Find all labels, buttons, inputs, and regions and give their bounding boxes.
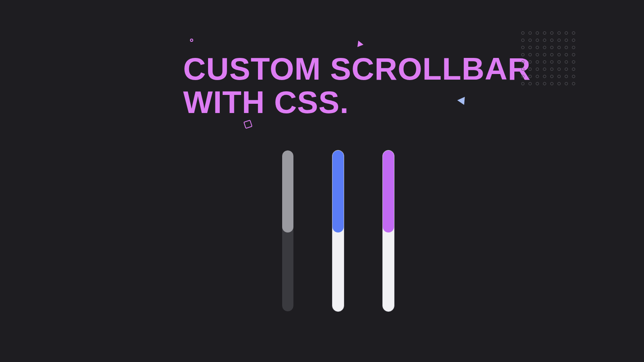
play-icon: [357, 41, 364, 48]
scrollbar-thumb[interactable]: [282, 150, 293, 232]
scrollbar-examples: [282, 150, 394, 312]
custom-scrollbar[interactable]: [282, 150, 294, 312]
circle-icon: [190, 39, 193, 42]
page-title: CUSTOM SCROLLBAR WITH CSS.: [183, 52, 531, 119]
square-icon: [244, 120, 253, 129]
triangle-icon: [457, 96, 465, 105]
scrollbar-thumb[interactable]: [332, 150, 344, 232]
scrollbar-thumb[interactable]: [383, 150, 394, 232]
custom-scrollbar[interactable]: [382, 150, 394, 312]
dot-grid-decoration: [521, 31, 576, 86]
custom-scrollbar[interactable]: [332, 150, 344, 312]
